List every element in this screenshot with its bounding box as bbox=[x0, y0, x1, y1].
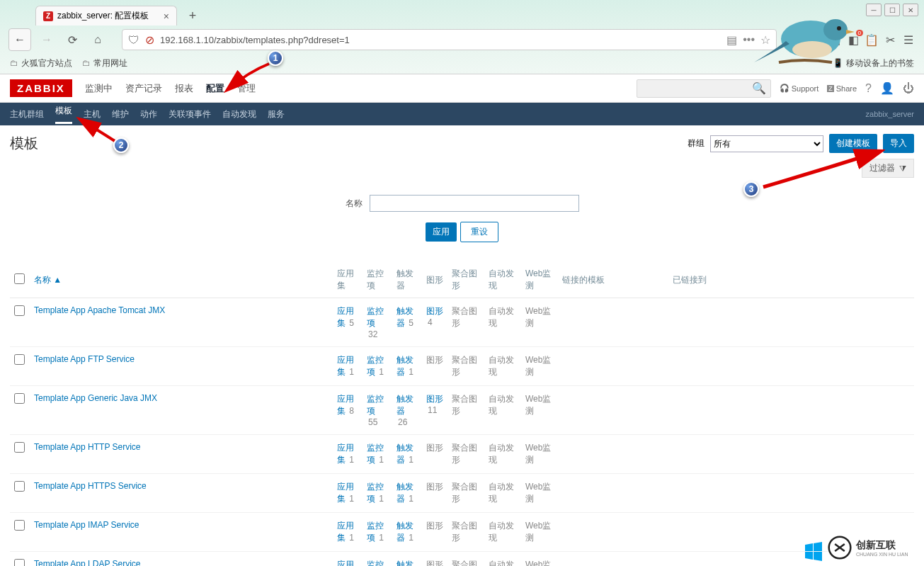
cell-link[interactable]: 自动发现 bbox=[489, 560, 514, 566]
cell-link[interactable]: 触发器 5 bbox=[397, 306, 413, 328]
cell-link[interactable]: 应用集 1 bbox=[337, 443, 354, 465]
new-tab-button[interactable]: + bbox=[183, 6, 203, 26]
select-all-checkbox[interactable] bbox=[14, 273, 25, 284]
cell-link[interactable]: 监控项 1 bbox=[367, 443, 384, 465]
share-link[interactable]: Z Share bbox=[827, 84, 857, 93]
cell-link[interactable]: 监控项 1 bbox=[367, 355, 384, 377]
template-name-link[interactable]: Template App IMAP Service bbox=[34, 520, 139, 530]
cell-link[interactable]: 监控项 1 bbox=[367, 560, 384, 566]
cell-link[interactable]: Web监测 bbox=[525, 521, 551, 543]
template-name-link[interactable]: Template App LDAP Service bbox=[34, 559, 141, 566]
subnav-discovery[interactable]: 自动发现 bbox=[222, 108, 256, 120]
screenshot-icon[interactable]: ✂ bbox=[883, 33, 897, 47]
row-checkbox[interactable] bbox=[14, 393, 25, 404]
search-icon[interactable]: 🔍 bbox=[752, 81, 766, 95]
create-template-button[interactable]: 创建模板 bbox=[829, 134, 877, 153]
note-icon[interactable]: 📋 bbox=[865, 33, 879, 47]
cell-link[interactable]: 图形 bbox=[426, 482, 443, 492]
shield-icon[interactable]: 🛡 bbox=[128, 34, 139, 45]
cell-link[interactable]: 自动发现 bbox=[489, 482, 514, 504]
row-checkbox[interactable] bbox=[14, 442, 25, 453]
cell-link[interactable]: 应用集 1 bbox=[337, 355, 354, 377]
cell-link[interactable]: 自动发现 bbox=[489, 306, 514, 328]
cell-link[interactable]: 监控项 1 bbox=[367, 521, 384, 543]
browser-tab[interactable]: Z zabbix_server: 配置模板 × bbox=[35, 6, 177, 26]
filter-apply-button[interactable]: 应用 bbox=[426, 222, 457, 242]
subnav-maintenance[interactable]: 维护 bbox=[112, 108, 129, 120]
subnav-hostgroups[interactable]: 主机群组 bbox=[10, 108, 44, 120]
bookmark-star-icon[interactable]: ☆ bbox=[760, 33, 770, 47]
cell-link[interactable]: Web监测 bbox=[525, 394, 551, 416]
row-checkbox[interactable] bbox=[14, 354, 25, 365]
nav-monitoring[interactable]: 监测中 bbox=[85, 82, 113, 95]
template-name-link[interactable]: Template App Generic Java JMX bbox=[34, 393, 157, 403]
cell-link[interactable]: Web监测 bbox=[525, 443, 551, 465]
window-close-button[interactable]: ✕ bbox=[903, 4, 918, 16]
cell-link[interactable]: Web监测 bbox=[525, 560, 551, 566]
cell-link[interactable]: 图形 bbox=[426, 560, 443, 566]
cell-link[interactable]: 应用集 5 bbox=[337, 306, 354, 328]
cell-link[interactable]: 图形 bbox=[426, 443, 443, 453]
cell-link[interactable]: 图形 bbox=[426, 521, 443, 531]
tab-close-icon[interactable]: × bbox=[164, 11, 169, 22]
more-url-icon[interactable]: ••• bbox=[743, 33, 755, 46]
filter-name-input[interactable] bbox=[370, 195, 579, 212]
cell-link[interactable]: 图形 bbox=[426, 355, 443, 365]
row-checkbox[interactable] bbox=[14, 520, 25, 531]
back-button[interactable]: ← bbox=[8, 28, 31, 51]
filter-toggle[interactable]: 过滤器 ⧩ bbox=[862, 159, 914, 178]
extension-puzzle-icon[interactable]: 🧩 bbox=[791, 33, 805, 47]
pocket-icon[interactable]: ◧ bbox=[846, 33, 860, 47]
template-name-link[interactable]: Template App Apache Tomcat JMX bbox=[34, 305, 165, 315]
cell-link[interactable]: Web监测 bbox=[525, 482, 551, 504]
cell-link[interactable]: 监控项 32 bbox=[367, 306, 384, 339]
cell-link[interactable]: 聚合图形 bbox=[452, 306, 477, 328]
power-icon[interactable]: ⏻ bbox=[903, 82, 914, 95]
nav-admin[interactable]: 管理 bbox=[237, 82, 256, 95]
group-select[interactable]: 所有 bbox=[710, 135, 823, 152]
th-name[interactable]: 名称 ▲ bbox=[30, 262, 333, 298]
cell-link[interactable]: 触发器 1 bbox=[397, 560, 413, 566]
cell-link[interactable]: 自动发现 bbox=[489, 521, 514, 543]
cell-link[interactable]: 聚合图形 bbox=[452, 443, 477, 465]
cell-link[interactable]: Web监测 bbox=[525, 355, 551, 377]
search-box[interactable]: 🔍 bbox=[637, 79, 771, 98]
url-input[interactable] bbox=[160, 35, 721, 45]
subnav-templates[interactable]: 模板 bbox=[55, 105, 72, 124]
sidebar-icon[interactable]: ◫ bbox=[828, 33, 842, 47]
cell-link[interactable]: 应用集 8 bbox=[337, 394, 354, 416]
cell-link[interactable]: 自动发现 bbox=[489, 394, 514, 416]
import-button[interactable]: 导入 bbox=[883, 134, 914, 153]
cell-link[interactable]: 触发器 1 bbox=[397, 521, 413, 543]
insecure-lock-icon[interactable]: ⊘ bbox=[145, 33, 154, 47]
cell-link[interactable]: 触发器 26 bbox=[397, 394, 413, 427]
help-icon[interactable]: ? bbox=[865, 82, 872, 95]
template-name-link[interactable]: Template App HTTP Service bbox=[34, 442, 141, 452]
bookmark-common[interactable]: 🗀 常用网址 bbox=[82, 57, 127, 69]
template-name-link[interactable]: Template App FTP Service bbox=[34, 354, 135, 364]
cell-link[interactable]: 聚合图形 bbox=[452, 560, 477, 566]
filter-reset-button[interactable]: 重设 bbox=[460, 222, 498, 242]
url-box[interactable]: 🛡 ⊘ ▤ ••• ☆ bbox=[122, 29, 777, 50]
subnav-correlation[interactable]: 关联项事件 bbox=[169, 108, 211, 120]
cell-link[interactable]: 触发器 1 bbox=[397, 482, 413, 504]
nav-config[interactable]: 配置 bbox=[206, 82, 224, 95]
cell-link[interactable]: 自动发现 bbox=[489, 443, 514, 465]
support-link[interactable]: 🎧 Support bbox=[780, 84, 819, 93]
zabbix-logo[interactable]: ZABBIX bbox=[10, 79, 72, 97]
cell-link[interactable]: 监控项 55 bbox=[367, 394, 384, 427]
user-icon[interactable]: 👤 bbox=[880, 81, 894, 95]
subnav-hosts[interactable]: 主机 bbox=[84, 108, 101, 120]
subnav-services[interactable]: 服务 bbox=[268, 108, 285, 120]
cell-link[interactable]: 触发器 1 bbox=[397, 355, 413, 377]
cell-link[interactable]: 应用集 1 bbox=[337, 560, 354, 566]
cell-link[interactable]: 监控项 1 bbox=[367, 482, 384, 504]
nav-reports[interactable]: 报表 bbox=[175, 82, 193, 95]
cell-link[interactable]: 聚合图形 bbox=[452, 482, 477, 504]
nav-inventory[interactable]: 资产记录 bbox=[125, 82, 162, 95]
bookmark-firefox[interactable]: 🗀 火狐官方站点 bbox=[10, 57, 72, 69]
cell-link[interactable]: 触发器 1 bbox=[397, 443, 413, 465]
bookmark-mobile[interactable]: 📱 移动设备上的书签 bbox=[833, 57, 914, 69]
cell-link[interactable]: 应用集 1 bbox=[337, 482, 354, 504]
library-icon[interactable]: ⎙ bbox=[809, 33, 823, 47]
